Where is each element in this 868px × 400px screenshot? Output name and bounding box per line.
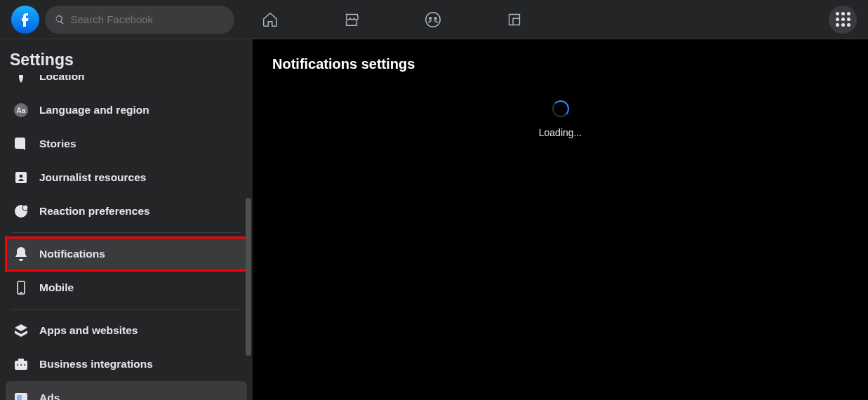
svg-point-15 [24, 364, 25, 366]
business-icon [11, 354, 31, 374]
nav-gaming[interactable] [505, 10, 524, 29]
loading-indicator: Loading... [272, 100, 848, 138]
svg-point-13 [17, 364, 18, 366]
nav-marketplace[interactable] [342, 10, 361, 29]
sidebar-title: Settings [0, 39, 253, 75]
ads-icon [11, 388, 31, 400]
sidebar-item-apps[interactable]: Apps and websites [6, 314, 247, 347]
nav-home[interactable] [260, 10, 280, 29]
sidebar-item-label: Journalist resources [39, 171, 146, 184]
menu-button[interactable] [829, 6, 857, 34]
reactions-icon [11, 201, 31, 221]
svg-point-6 [20, 175, 23, 178]
sidebar-item-notifications[interactable]: Notifications [6, 237, 247, 271]
svg-text:Aa: Aa [17, 107, 26, 114]
facebook-logo[interactable] [11, 6, 39, 34]
svg-point-1 [429, 17, 432, 20]
sidebar-item-label: Stories [39, 138, 76, 150]
svg-point-14 [20, 364, 22, 366]
sidebar-item-stories[interactable]: Stories [6, 127, 247, 161]
settings-sidebar: Settings Location Aa Language and region [0, 39, 253, 400]
sidebar-item-label: Apps and websites [39, 324, 138, 337]
marketplace-icon [342, 11, 361, 29]
divider [11, 232, 241, 233]
svg-point-0 [425, 12, 439, 26]
groups-icon [424, 11, 442, 29]
svg-point-8 [22, 205, 28, 211]
facebook-icon [17, 11, 34, 28]
svg-point-2 [434, 17, 436, 20]
right-cluster [829, 6, 857, 34]
svg-rect-12 [18, 359, 24, 361]
sidebar-item-mobile[interactable]: Mobile [6, 271, 247, 305]
sidebar-item-label: Business integrations [39, 358, 153, 371]
stories-icon [11, 134, 31, 154]
language-icon: Aa [11, 100, 31, 120]
sidebar-item-label: Language and region [39, 104, 149, 116]
page-title: Notifications settings [272, 56, 848, 72]
sidebar-item-journalist[interactable]: Journalist resources [6, 161, 247, 194]
sidebar-item-label: Ads [39, 392, 60, 400]
sidebar-item-label: Notifications [39, 248, 105, 260]
search-box[interactable] [45, 6, 234, 34]
sidebar-item-label: Mobile [39, 281, 74, 294]
location-icon [11, 75, 31, 86]
journalist-icon [11, 168, 31, 187]
sidebar-item-language[interactable]: Aa Language and region [6, 93, 247, 127]
sidebar-item-label: Reaction preferences [39, 205, 150, 218]
nav-groups[interactable] [423, 10, 443, 29]
bell-icon [11, 244, 31, 264]
search-icon [55, 14, 65, 25]
main-content: Notifications settings Loading... [253, 39, 868, 400]
search-input[interactable] [71, 13, 225, 25]
mobile-icon [11, 278, 31, 298]
svg-rect-17 [17, 395, 22, 400]
gaming-icon [505, 11, 523, 29]
center-nav [260, 10, 524, 29]
home-icon [261, 11, 279, 29]
divider [11, 309, 241, 309]
spinner-icon [552, 100, 569, 117]
top-bar [0, 0, 868, 39]
sidebar-item-label: Location [39, 75, 85, 83]
sidebar-item-business[interactable]: Business integrations [6, 347, 247, 381]
loading-text: Loading... [539, 127, 582, 138]
apps-icon [11, 321, 31, 340]
menu-grid-icon [836, 12, 850, 27]
sidebar-item-reactions[interactable]: Reaction preferences [6, 194, 247, 228]
sidebar-item-ads[interactable]: Ads [6, 381, 247, 400]
sidebar-item-location[interactable]: Location [6, 75, 247, 93]
scrollbar-thumb[interactable] [246, 198, 251, 356]
